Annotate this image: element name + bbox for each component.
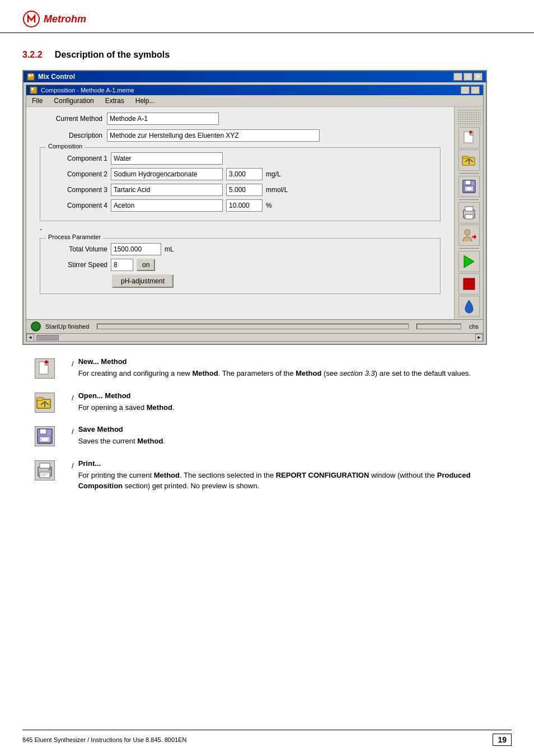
symbol-save-method-icon-col xyxy=(22,425,67,447)
component-1-row: Component 1 xyxy=(46,152,434,165)
description-label: Description xyxy=(35,132,102,139)
svg-rect-21 xyxy=(473,211,475,213)
svg-rect-17 xyxy=(466,187,472,190)
logo-icon xyxy=(22,10,40,28)
sub-restore-button[interactable]: □ xyxy=(471,86,480,94)
window-titlebar: Mix Control _ □ ✕ xyxy=(24,71,486,82)
menu-configuration[interactable]: Configuration xyxy=(51,96,96,105)
scroll-right-button[interactable]: ► xyxy=(475,334,483,342)
window-title: Mix Control xyxy=(38,73,75,81)
symbol-print-title: Print... xyxy=(78,459,512,468)
svg-marker-24 xyxy=(464,255,474,268)
menu-help[interactable]: Help... xyxy=(133,96,157,105)
symbols-section: / New... Method For creating and configu… xyxy=(22,357,512,492)
print-symbol-icon xyxy=(35,460,55,480)
svg-rect-15 xyxy=(465,180,471,185)
svg-rect-41 xyxy=(40,472,50,478)
toolbar-dotted-area xyxy=(457,109,481,126)
water-toolbar-button[interactable] xyxy=(458,296,480,317)
svg-rect-5 xyxy=(31,88,34,90)
svg-rect-12 xyxy=(462,156,468,158)
footer-text: 845 Eluent Synthesizer / Instructions fo… xyxy=(22,736,187,743)
component-4-label: Component 4 xyxy=(46,202,107,209)
symbol-new-method: / New... Method For creating and configu… xyxy=(22,357,512,379)
save-method-icon xyxy=(461,178,477,195)
symbol-save-method-title: Save Method xyxy=(78,425,512,433)
component-4-input[interactable] xyxy=(111,199,223,212)
ph-adjustment-button[interactable]: pH-adjustment xyxy=(112,274,174,288)
component-3-value[interactable] xyxy=(226,184,263,196)
current-method-input[interactable] xyxy=(107,113,219,125)
print-icon xyxy=(461,204,477,221)
print-toolbar-button[interactable] xyxy=(458,202,480,223)
sub-window-icon xyxy=(30,86,38,94)
stop-icon xyxy=(461,276,477,292)
component-4-unit: % xyxy=(266,202,294,209)
toolbar-sep-2 xyxy=(459,199,479,200)
open-method-symbol-icon xyxy=(35,393,55,413)
symbol-print-icon-col xyxy=(22,459,67,492)
component-2-label: Component 2 xyxy=(46,170,107,178)
stop-toolbar-button[interactable] xyxy=(458,273,480,295)
play-toolbar-button[interactable] xyxy=(458,251,480,272)
new-method-toolbar-button[interactable] xyxy=(458,127,480,148)
stirrer-on-button[interactable]: on xyxy=(137,259,155,271)
status-indicator xyxy=(31,321,41,332)
component-1-input[interactable] xyxy=(111,152,223,165)
save-method-symbol-svg xyxy=(36,427,54,445)
component-4-value[interactable] xyxy=(226,199,263,212)
symbol-open-method: / Open... Method For opening a saved Met… xyxy=(22,391,512,413)
user-toolbar-button[interactable] xyxy=(458,225,480,246)
symbol-save-method-text: Save Method Saves the current Method. xyxy=(78,425,512,447)
horizontal-scrollbar[interactable]: ◄ ► xyxy=(26,333,483,341)
composition-group-label: Composition xyxy=(46,143,85,150)
symbol-print-slash: / xyxy=(67,459,78,492)
new-method-symbol-icon xyxy=(35,358,55,379)
right-toolbar xyxy=(454,107,483,319)
symbol-open-method-desc: For opening a saved Method. xyxy=(78,402,512,413)
component-2-value[interactable] xyxy=(226,168,263,180)
current-method-row: Current Method xyxy=(35,113,445,125)
component-1-label: Component 1 xyxy=(46,155,107,162)
menu-extras[interactable]: Extras xyxy=(103,96,127,105)
description-input[interactable] xyxy=(107,129,320,142)
component-3-input[interactable] xyxy=(111,184,223,196)
open-method-toolbar-button[interactable] xyxy=(458,150,480,171)
sub-minimize-button[interactable]: _ xyxy=(461,86,470,94)
symbol-save-method: / Save Method Saves the current Method. xyxy=(22,425,512,447)
form-content: Current Method Description Composition C… xyxy=(26,107,454,319)
symbol-print-desc: For printing the current Method. The sec… xyxy=(78,470,512,492)
total-volume-label: Total Volume xyxy=(46,245,107,253)
sub-controls[interactable]: _ □ xyxy=(461,86,480,94)
scroll-left-button[interactable]: ◄ xyxy=(26,334,34,342)
svg-rect-36 xyxy=(40,429,46,434)
form-toolbar-area: Current Method Description Composition C… xyxy=(26,107,483,319)
save-method-toolbar-button[interactable] xyxy=(458,176,480,197)
close-button[interactable]: ✕ xyxy=(474,73,483,81)
symbol-open-method-title: Open... Method xyxy=(78,391,512,400)
process-parameter-label: Process Parameter xyxy=(46,234,103,240)
scroll-thumb[interactable] xyxy=(36,335,59,340)
menu-bar: File Configuration Extras Help... xyxy=(26,95,483,107)
window-controls[interactable]: _ □ ✕ xyxy=(453,73,483,81)
water-drop-icon xyxy=(461,298,477,315)
symbol-new-method-title: New... Method xyxy=(78,357,512,366)
component-2-input[interactable] xyxy=(111,168,223,180)
svg-rect-42 xyxy=(48,468,51,470)
menu-file[interactable]: File xyxy=(30,96,45,105)
status-chs: chs xyxy=(469,323,479,330)
current-method-label: Current Method xyxy=(35,115,102,123)
component-3-label: Component 3 xyxy=(46,186,107,194)
svg-point-22 xyxy=(465,230,470,235)
svg-rect-38 xyxy=(41,437,48,441)
component-2-unit: mg/L xyxy=(266,170,294,178)
window-title-left: Mix Control xyxy=(27,73,75,81)
svg-rect-3 xyxy=(31,74,33,76)
svg-rect-25 xyxy=(463,278,475,290)
minimize-button[interactable]: _ xyxy=(453,73,462,81)
total-volume-input[interactable] xyxy=(111,243,161,255)
open-method-icon xyxy=(461,152,477,169)
stirrer-speed-input[interactable] xyxy=(111,259,133,271)
stirrer-speed-row: Stirrer Speed on xyxy=(46,259,434,271)
maximize-button[interactable]: □ xyxy=(463,73,472,81)
